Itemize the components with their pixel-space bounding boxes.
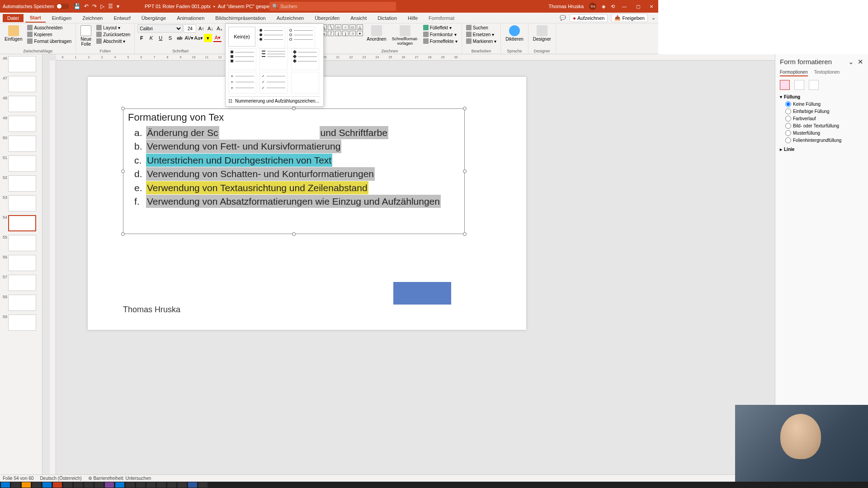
minimize-button[interactable]: — — [620, 2, 628, 10]
resize-handle[interactable] — [463, 232, 467, 236]
new-slide-button[interactable]: Neue Folie — [79, 24, 93, 47]
font-name-select[interactable]: Calibri — [137, 24, 183, 33]
content-textbox[interactable]: Formatierung von Tex a.Änderung der Scun… — [123, 108, 465, 234]
bullet-disc[interactable] — [257, 27, 285, 48]
bold-button[interactable]: F — [137, 34, 146, 42]
shape-outline-button[interactable]: Formkontur▾ — [422, 31, 459, 38]
cut-button[interactable]: Ausschneiden — [26, 24, 73, 31]
author-text[interactable]: Thomas Hruska — [123, 305, 180, 314]
resize-handle[interactable] — [121, 107, 125, 110]
highlight-button[interactable]: ▾ — [204, 34, 212, 42]
bullet-circle[interactable] — [287, 27, 315, 48]
tab-transitions[interactable]: Übergänge — [137, 14, 170, 22]
tab-slideshow[interactable]: Bildschirmpräsentation — [211, 14, 270, 22]
font-color-button[interactable]: A▾ — [213, 34, 222, 42]
tab-draw[interactable]: Zeichnen — [78, 14, 107, 22]
tab-view[interactable]: Ansicht — [346, 14, 371, 22]
document-title[interactable]: PPT 01 Roter Faden 001.pptx • Auf "diese… — [145, 4, 287, 9]
slide-thumbnail-58[interactable]: 58 — [1, 295, 41, 311]
bullet-dash[interactable] — [259, 48, 288, 70]
record-button[interactable]: ●Aufzeichnen — [570, 14, 608, 22]
ribbon-mode-icon[interactable]: ⟲ — [611, 4, 615, 9]
close-button[interactable]: ✕ — [647, 2, 656, 10]
fill-effect-button[interactable]: Fülleffekt▾ — [422, 24, 459, 31]
case-button[interactable]: Aa▾ — [194, 34, 203, 42]
tab-insert[interactable]: Einfügen — [47, 14, 76, 22]
user-name[interactable]: Thomas Hruska — [548, 4, 584, 9]
qat-more-icon[interactable]: ▾ — [117, 3, 119, 9]
slide-thumbnail-50[interactable]: 50 — [1, 136, 41, 152]
font-size-input[interactable] — [184, 24, 196, 33]
bullet-check[interactable]: ✓✓✓ — [259, 72, 288, 94]
bullet-none[interactable]: Kein(e) — [228, 27, 255, 47]
increase-font-icon[interactable]: A↑ — [197, 24, 205, 33]
layout-button[interactable]: Layout▾ — [95, 24, 132, 31]
tab-animations[interactable]: Animationen — [172, 14, 209, 22]
slide-thumbnail-54[interactable]: 54 — [1, 215, 41, 231]
undo-icon[interactable]: ↶ — [84, 3, 89, 9]
shapes-gallery[interactable]: ╲╲▭○▭△ ↘⤴{}☆▾ — [321, 24, 363, 36]
blue-rectangle-shape[interactable] — [393, 282, 451, 305]
bullets-more-options[interactable]: ☷ Nummerierung und Aufzählungszeichen... — [228, 96, 321, 103]
resize-handle[interactable] — [463, 107, 467, 110]
select-button[interactable]: Markieren▾ — [465, 38, 498, 44]
format-painter-button[interactable]: Format übertragen — [26, 38, 73, 44]
designer-button[interactable]: Designer — [531, 24, 553, 42]
slide-thumbnails[interactable]: 4647484950515253545556575859 — [0, 54, 42, 369]
touch-mode-icon[interactable]: ☰ — [108, 3, 113, 9]
share-button[interactable]: 📤Freigeben — [611, 14, 648, 22]
slide-thumbnail-57[interactable]: 57 — [1, 275, 41, 291]
slide-thumbnail-56[interactable]: 56 — [1, 255, 41, 271]
user-avatar[interactable]: TH — [589, 3, 596, 10]
quick-styles-button[interactable]: Schnellformat- vorlagen — [390, 24, 420, 47]
slide-thumbnail-47[interactable]: 47 — [1, 76, 41, 92]
find-button[interactable]: Suchen — [465, 24, 498, 31]
autosave-toggle[interactable]: Automatisches Speichern — [3, 4, 69, 9]
coming-soon-icon[interactable]: ◈ — [602, 4, 605, 9]
tab-review[interactable]: Überprüfen — [310, 14, 344, 22]
autosave-switch[interactable] — [57, 4, 69, 9]
slide-thumbnail-48[interactable]: 48 — [1, 96, 41, 112]
resize-handle[interactable] — [463, 169, 467, 173]
bullet-empty[interactable] — [291, 72, 319, 94]
slide-thumbnail-49[interactable]: 49 — [1, 116, 41, 132]
spacing-button[interactable]: AV▾ — [185, 34, 193, 42]
comments-icon[interactable]: 💬 — [560, 15, 566, 21]
ribbon-options-icon[interactable]: ⌄ — [651, 15, 656, 21]
slide-thumbnail-46[interactable]: 46 — [1, 56, 41, 72]
underline-button[interactable]: U — [156, 34, 165, 42]
tab-dictation[interactable]: Dictation — [373, 14, 401, 22]
decrease-font-icon[interactable]: A↓ — [206, 24, 214, 33]
dictate-button[interactable]: Diktieren — [504, 24, 525, 42]
start-icon[interactable]: ▷ — [100, 3, 104, 9]
bullet-arrow[interactable]: ➢➢➢ — [228, 72, 256, 94]
strikethrough-button[interactable]: ab — [175, 34, 184, 42]
tab-design[interactable]: Entwurf — [109, 14, 135, 22]
search-box[interactable]: 🔍 — [269, 2, 396, 11]
clear-format-icon[interactable]: Aₓ — [215, 24, 223, 33]
shadow-button[interactable]: S — [166, 34, 174, 42]
resize-handle[interactable] — [121, 232, 125, 236]
slide-thumbnail-55[interactable]: 55 — [1, 235, 41, 251]
slide-title[interactable]: Formatierung von Tex — [123, 109, 464, 126]
slide-thumbnail-51[interactable]: 51 — [1, 155, 41, 172]
save-icon[interactable]: 💾 — [74, 3, 80, 9]
search-input[interactable] — [280, 4, 393, 9]
tab-start[interactable]: Start — [25, 14, 46, 23]
slide-thumbnail-59[interactable]: 59 — [1, 314, 41, 331]
slide-thumbnail-52[interactable]: 52 — [1, 175, 41, 192]
copy-button[interactable]: Kopieren — [26, 31, 73, 38]
maximize-button[interactable]: ▢ — [634, 2, 642, 10]
tab-file[interactable]: Datei — [3, 14, 24, 22]
tab-shape-format[interactable]: Formformat — [424, 14, 459, 22]
replace-button[interactable]: Ersetzen▾ — [465, 31, 498, 38]
slide-list[interactable]: a.Änderung der Scund Schriftfarbeb.Verwe… — [123, 126, 464, 208]
resize-handle[interactable] — [292, 232, 296, 236]
tab-record[interactable]: Aufzeichnen — [272, 14, 309, 22]
resize-handle[interactable] — [292, 107, 296, 110]
slide-canvas[interactable]: Formatierung von Tex a.Änderung der Scun… — [88, 77, 526, 330]
slide-thumbnail-53[interactable]: 53 — [1, 195, 41, 211]
paste-button[interactable]: Einfügen — [3, 24, 24, 42]
tab-help[interactable]: Hilfe — [403, 14, 422, 22]
arrange-button[interactable]: Anordnen — [365, 24, 388, 42]
